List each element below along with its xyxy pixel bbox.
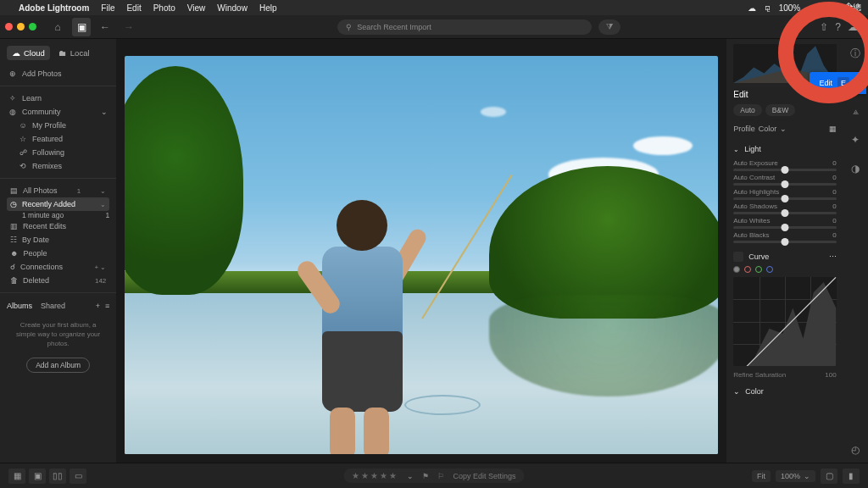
slider-thumb[interactable] [781,195,788,202]
tab-local[interactable]: 🖿Local [53,46,95,60]
menu-app-name[interactable]: Adobe Lightroom [19,3,89,13]
sidebar-item-recently-added[interactable]: ◷Recently Added⌄ [7,197,109,211]
slider-thumb[interactable] [781,180,788,188]
menu-photo[interactable]: Photo [153,3,175,13]
sidebar-item-all-photos[interactable]: ▤All Photos1⌄ [7,184,109,197]
albums-tab[interactable]: Albums [7,302,32,310]
sidebar-item-recent-edits[interactable]: ▥Recent Edits [7,219,109,233]
color-section-header[interactable]: ⌄Color [733,387,836,396]
community-featured[interactable]: ☆Featured [7,132,109,146]
community-following[interactable]: ☍Following [7,146,109,159]
tone-curve[interactable] [733,277,836,366]
sidebar-item-community[interactable]: ◍Community⌄ [7,105,109,119]
square-grid-icon[interactable]: ▣ [29,469,46,484]
input-lang[interactable]: NL [825,3,836,13]
profile-value[interactable]: Color [759,125,777,133]
sidebar-item-people[interactable]: ☻People [7,247,109,260]
versions-icon[interactable]: ◴ [846,441,865,459]
slider-track[interactable] [733,212,836,214]
add-album-button[interactable]: Add an Album [26,358,90,373]
bw-preset-button[interactable]: B&W [765,104,795,116]
healing-tool-icon[interactable]: ✦ [846,130,865,149]
sidebar-item-by-date[interactable]: ☷By Date [7,233,109,247]
slider-track[interactable] [733,241,836,243]
control-center-icon[interactable]: �總 [844,2,861,14]
shared-tab[interactable]: Shared [41,302,65,310]
search-input[interactable]: ⚲ Search Recent Import [337,19,592,35]
slider-auto-highlights[interactable]: Auto Highlights0 [733,188,836,200]
slider-auto-shadows[interactable]: Auto Shadows0 [733,202,836,214]
slider-auto-contrast[interactable]: Auto Contrast0 [733,174,836,186]
cloud-sync-icon[interactable]: ☁ [848,21,858,33]
flag-pick-icon[interactable]: ⚑ [422,472,429,480]
cloud-status-icon[interactable]: ☁ [748,3,756,13]
chevron-down-icon[interactable]: ⌄ [780,125,787,133]
sidebar-item-deleted[interactable]: 🗑Deleted142 [7,274,109,287]
panel-toggle-icon[interactable]: ▮ [843,469,860,484]
share-icon[interactable]: ⇧ [820,21,828,33]
rating-stars[interactable]: ★★★★★ [352,471,398,480]
add-photos-button[interactable]: ⊕Add Photos [7,67,109,80]
add-album-icon[interactable]: + [96,302,100,310]
slider-auto-whites[interactable]: Auto Whites0 [733,217,836,229]
curve-channel-all[interactable] [733,266,740,273]
info-tool-icon[interactable]: ⓘ [846,44,865,63]
menu-file[interactable]: File [101,3,114,13]
slider-track[interactable] [733,197,836,200]
recently-added-sub[interactable]: 1 minute ago1 [7,211,109,219]
sidebar-item-learn[interactable]: ✧Learn [7,92,109,105]
tab-cloud[interactable]: ☁Cloud [7,46,50,60]
menu-window[interactable]: Window [217,3,248,13]
crop-tool-icon[interactable]: ⟁ [846,102,865,120]
zoom-window-icon[interactable] [29,23,36,30]
menu-view[interactable]: View [187,3,206,13]
zoom-fit-button[interactable]: Fit [752,470,771,482]
slider-track[interactable] [733,169,836,171]
curve-channel-green[interactable] [755,266,762,273]
back-icon[interactable]: ← [96,18,114,36]
masking-tool-icon[interactable]: ◑ [846,159,865,178]
curve-channel-blue[interactable] [766,266,773,273]
photo-preview[interactable] [125,56,718,454]
compare-view-icon[interactable]: ▯▯ [49,469,66,484]
edit-tool-icon[interactable]: Edit E ≡ [846,73,865,92]
bluetooth-icon[interactable]: ⚼ [765,3,771,13]
slider-thumb[interactable] [781,224,788,231]
chevron-down-icon[interactable]: ⌄ [407,472,414,480]
help-icon[interactable]: ? [835,21,841,33]
curve-section-header[interactable]: Curve⋯ [733,252,836,262]
light-section-header[interactable]: ⌄Light [733,141,836,157]
add-icon[interactable]: + ⌄ [94,263,106,271]
slider-thumb[interactable] [781,166,788,174]
slider-track[interactable] [733,183,836,186]
profile-browser-icon[interactable]: ▦ [829,125,837,133]
filter-icon[interactable]: ⧩ [598,19,620,35]
slider-auto-exposure[interactable]: Auto Exposure0 [733,159,836,171]
auto-preset-button[interactable]: Auto [733,104,762,116]
close-window-icon[interactable] [5,23,13,30]
copy-edit-settings-button[interactable]: Copy Edit Settings [453,472,515,480]
curve-menu-icon[interactable]: ⋯ [829,252,837,261]
sidebar-item-connections[interactable]: ☌Connections+ ⌄ [7,260,109,274]
community-remixes[interactable]: ⟲Remixes [7,159,109,173]
menu-help[interactable]: Help [259,3,277,13]
grid-view-icon[interactable]: ▦ [8,469,25,484]
menu-edit[interactable]: Edit [126,3,141,13]
community-my-profile[interactable]: ☺My Profile [7,119,109,132]
battery-icon[interactable]: ▭ [809,3,816,13]
library-view-icon[interactable]: ▣ [72,18,91,36]
slider-track[interactable] [733,226,836,229]
detail-view-icon[interactable]: ▭ [70,469,86,484]
curve-channel-red[interactable] [744,266,751,273]
flag-reject-icon[interactable]: ⚐ [437,472,444,480]
slider-thumb[interactable] [781,209,788,217]
minimize-window-icon[interactable] [17,23,25,30]
slider-thumb[interactable] [781,238,788,246]
window-controls[interactable] [5,23,36,30]
sort-albums-icon[interactable]: ≡ [105,302,109,310]
forward-icon[interactable]: → [120,18,138,36]
zoom-level-select[interactable]: 100%⌄ [776,470,815,482]
original-toggle-icon[interactable]: ▢ [821,469,837,484]
home-icon[interactable]: ⌂ [48,18,67,36]
slider-auto-blacks[interactable]: Auto Blacks0 [733,231,836,243]
